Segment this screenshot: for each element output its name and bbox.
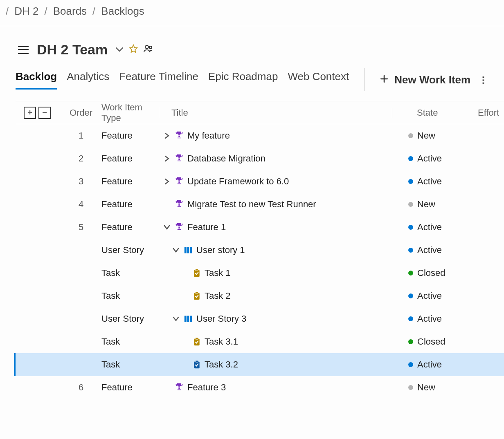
table-row[interactable]: 2FeatureDatabase MigrationActive: [16, 147, 504, 170]
chevron-down-icon[interactable]: [163, 225, 171, 230]
team-switcher-chevron-icon[interactable]: [116, 45, 123, 54]
cell-type: Feature: [101, 382, 159, 393]
col-header-type[interactable]: Work Item Type: [101, 102, 159, 123]
work-item-title[interactable]: Migrate Test to new Test Runner: [187, 199, 316, 210]
divider: [364, 68, 365, 91]
breadcrumb-item[interactable]: Boards: [53, 5, 87, 18]
plus-icon: [380, 74, 388, 85]
table-row[interactable]: TaskTask 1Closed: [16, 262, 504, 284]
trophy-icon: [175, 199, 183, 210]
table-row[interactable]: 6FeatureFeature 3New: [16, 376, 504, 399]
cell-state: Active: [417, 314, 442, 324]
cell-state: Active: [417, 176, 442, 187]
state-dot-icon: [408, 156, 413, 161]
cell-state: Closed: [417, 268, 445, 278]
work-item-title[interactable]: User story 1: [196, 245, 245, 255]
table-row[interactable]: TaskTask 3.1Closed: [16, 330, 504, 353]
chevron-right-icon[interactable]: [163, 155, 171, 162]
tab-web-context[interactable]: Web Context: [288, 70, 349, 90]
trophy-icon: [175, 177, 183, 187]
collapse-all-button[interactable]: −: [38, 107, 51, 119]
table-row[interactable]: User StoryUser story 1Active: [16, 239, 504, 262]
cell-order: 2: [61, 153, 101, 164]
work-item-title[interactable]: Task 3.1: [205, 336, 238, 347]
col-header-state[interactable]: State: [392, 108, 474, 118]
work-item-title[interactable]: Feature 1: [187, 222, 226, 233]
expand-all-button[interactable]: +: [24, 107, 36, 119]
favorite-star-icon[interactable]: [129, 44, 138, 55]
state-dot-icon: [408, 225, 413, 230]
state-dot-icon: [408, 339, 413, 344]
state-dot-icon: [408, 202, 413, 207]
table-row[interactable]: User StoryUser Story 3Active: [16, 307, 504, 330]
tab-epic-roadmap[interactable]: Epic Roadmap: [208, 70, 278, 90]
trophy-icon: [175, 131, 183, 141]
cell-type: Task: [101, 268, 159, 278]
state-dot-icon: [408, 248, 413, 253]
work-item-title[interactable]: User Story 3: [196, 314, 246, 324]
state-dot-icon: [408, 316, 413, 321]
tab-feature-timeline[interactable]: Feature Timeline: [119, 70, 198, 90]
table-row[interactable]: TaskTask 2Active: [16, 284, 504, 307]
clipboard-icon: [193, 338, 200, 346]
clipboard-icon: [193, 269, 200, 277]
svg-rect-8: [196, 292, 198, 293]
new-work-item-button[interactable]: New Work Item: [380, 74, 470, 86]
new-work-item-label: New Work Item: [394, 74, 470, 86]
svg-rect-3: [187, 247, 189, 253]
svg-rect-15: [196, 361, 198, 362]
chevron-down-icon[interactable]: [172, 316, 180, 321]
work-item-title[interactable]: Database Migration: [187, 153, 266, 164]
work-item-title[interactable]: Feature 3: [187, 382, 226, 393]
cell-state: Active: [417, 222, 442, 233]
svg-rect-9: [184, 316, 187, 322]
chevron-down-icon[interactable]: [172, 248, 180, 253]
trophy-icon: [175, 383, 183, 393]
table-row[interactable]: 3FeatureUpdate Framework to 6.0Active: [16, 170, 504, 193]
cell-state: New: [417, 382, 435, 393]
cell-type: Feature: [101, 176, 159, 187]
tab-analytics[interactable]: Analytics: [67, 70, 109, 90]
menu-icon[interactable]: [18, 46, 29, 54]
cell-type: Feature: [101, 130, 159, 141]
cell-state: New: [417, 130, 435, 141]
breadcrumb: / DH 2 / Boards / Backlogs: [0, 0, 504, 26]
trophy-icon: [175, 154, 183, 164]
work-item-title[interactable]: Task 1: [205, 268, 231, 278]
more-options-icon[interactable]: ⋯: [478, 76, 489, 84]
cell-order: 3: [61, 176, 101, 187]
breadcrumb-sep-icon: /: [6, 5, 9, 18]
work-item-title[interactable]: Update Framework to 6.0: [187, 176, 289, 187]
book-icon: [184, 246, 192, 254]
table-row[interactable]: 5FeatureFeature 1Active: [16, 216, 504, 239]
page-title: DH 2 Team: [37, 42, 108, 58]
clipboard-icon: [193, 292, 200, 300]
cell-order: 6: [61, 382, 101, 393]
svg-point-1: [149, 46, 152, 49]
table-row[interactable]: 1FeatureMy featureNew: [16, 124, 504, 147]
breadcrumb-item[interactable]: DH 2: [14, 5, 38, 18]
breadcrumb-sep-icon: /: [44, 5, 47, 18]
col-header-order[interactable]: Order: [61, 108, 101, 118]
chevron-right-icon[interactable]: [163, 178, 171, 185]
svg-rect-4: [190, 247, 192, 253]
state-dot-icon: [408, 271, 413, 275]
col-header-title[interactable]: Title: [159, 108, 392, 118]
work-item-title[interactable]: Task 3.2: [205, 359, 238, 370]
book-icon: [184, 315, 192, 323]
cell-order: 4: [61, 199, 101, 210]
work-item-title[interactable]: Task 2: [205, 291, 231, 301]
tab-backlog[interactable]: Backlog: [16, 70, 57, 90]
cell-type: User Story: [101, 314, 159, 324]
breadcrumb-item[interactable]: Backlogs: [101, 5, 144, 18]
col-header-effort[interactable]: Effort: [474, 108, 504, 118]
work-item-title[interactable]: My feature: [187, 130, 230, 141]
state-dot-icon: [408, 362, 413, 367]
cell-type: Feature: [101, 222, 159, 233]
svg-rect-10: [187, 316, 189, 322]
table-row[interactable]: 4FeatureMigrate Test to new Test RunnerN…: [16, 193, 504, 216]
chevron-right-icon[interactable]: [163, 132, 171, 139]
people-icon[interactable]: [144, 45, 153, 55]
table-row[interactable]: TaskTask 3.2Active: [14, 353, 504, 376]
cell-type: User Story: [101, 245, 159, 255]
